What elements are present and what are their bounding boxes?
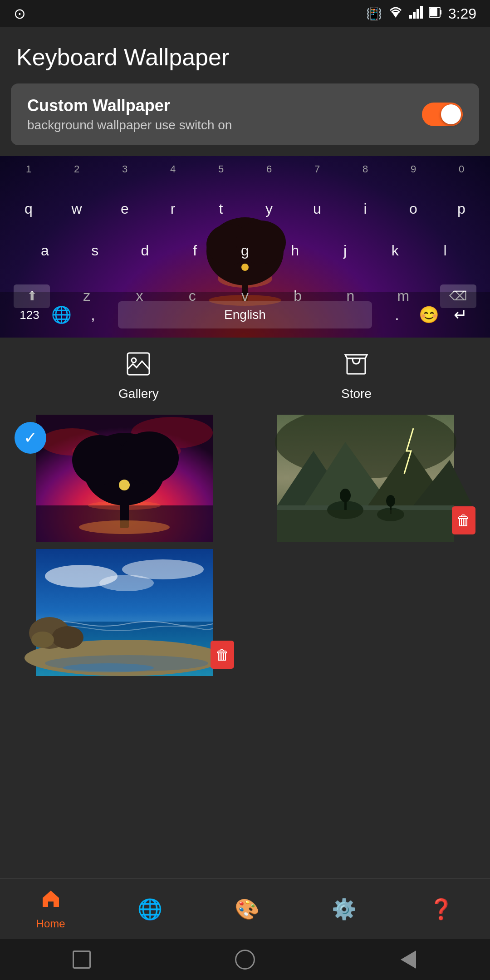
kb-d[interactable]: d [129, 242, 161, 259]
wallpaper-item-3[interactable]: 🗑 [7, 549, 241, 676]
kb-p[interactable]: p [446, 201, 477, 217]
kb-num-9[interactable]: 9 [397, 163, 429, 175]
svg-point-16 [132, 358, 136, 363]
kb-u[interactable]: u [301, 201, 333, 217]
recents-icon [73, 951, 91, 969]
kb-q[interactable]: q [13, 201, 44, 217]
keyboard-row-2: a s d f g h j k l [9, 242, 481, 259]
help-nav-icon: ❓ [429, 897, 454, 921]
custom-wallpaper-title: Custom Wallpaper [27, 96, 422, 115]
nav-item-globe[interactable]: 🌐 [137, 897, 162, 921]
system-navigation-bar [0, 939, 490, 980]
nav-item-help[interactable]: ❓ [429, 897, 454, 921]
nav-item-settings[interactable]: ⚙️ [332, 897, 357, 921]
wallpaper-thumbnail-2 [249, 415, 483, 542]
svg-point-26 [72, 435, 127, 485]
nav-home-label: Home [36, 917, 65, 930]
app-bar: Keyboard Wallpaper [0, 27, 490, 83]
action-buttons: Gallery Store [0, 338, 490, 415]
keyboard-row-1: q w e r t y u i o p [9, 201, 481, 217]
kb-num-6[interactable]: 6 [253, 163, 285, 175]
kb-num-5[interactable]: 5 [205, 163, 237, 175]
wallpaper-selected-badge: ✓ [15, 422, 46, 454]
home-icon [40, 888, 61, 914]
svg-point-29 [119, 480, 130, 490]
kb-e[interactable]: e [109, 201, 141, 217]
keyboard-preview: 1 2 3 4 5 6 7 8 9 0 q w e r t y u i o p … [0, 156, 490, 338]
svg-rect-4 [420, 6, 423, 19]
page-title: Keyboard Wallpaper [16, 44, 474, 71]
kb-t[interactable]: t [205, 201, 237, 217]
kb-globe-key[interactable]: 🌐 [45, 305, 77, 324]
home-button[interactable] [232, 947, 258, 972]
status-bar: ⊙ 📳 3:29 [0, 0, 490, 27]
store-button[interactable]: Store [341, 351, 372, 401]
svg-point-42 [386, 495, 395, 507]
kb-num-4[interactable]: 4 [157, 163, 189, 175]
globe-nav-icon: 🌐 [137, 897, 162, 921]
kb-s[interactable]: s [79, 242, 111, 259]
kb-emoji-key[interactable]: 😊 [413, 305, 445, 324]
kb-spacebar[interactable]: English [118, 301, 372, 328]
kb-y[interactable]: y [253, 201, 285, 217]
svg-point-27 [120, 431, 179, 484]
wallpaper-item-2[interactable]: 🗑 [249, 415, 483, 542]
svg-marker-0 [392, 12, 399, 18]
keyboard-bottom-row: 123 🌐 , English . 😊 ↵ [0, 292, 490, 338]
kb-num-1[interactable]: 1 [13, 163, 44, 175]
kb-spacebar-label: English [224, 308, 266, 322]
svg-point-54 [63, 663, 154, 672]
gallery-label: Gallery [118, 387, 159, 401]
svg-point-51 [52, 626, 83, 649]
kb-num-2[interactable]: 2 [61, 163, 93, 175]
back-button[interactable] [396, 947, 421, 972]
svg-rect-15 [127, 353, 149, 375]
kb-comma-key[interactable]: , [77, 307, 109, 323]
signal-icon [409, 6, 423, 22]
svg-point-40 [340, 489, 351, 502]
kb-f[interactable]: f [179, 242, 211, 259]
svg-rect-43 [277, 510, 454, 542]
palette-nav-icon: 🎨 [235, 897, 260, 921]
store-icon [343, 351, 369, 382]
nav-item-palette[interactable]: 🎨 [235, 897, 260, 921]
bottom-navigation: Home 🌐 🎨 ⚙️ ❓ [0, 878, 490, 939]
kb-a[interactable]: a [29, 242, 61, 259]
kb-h[interactable]: h [279, 242, 311, 259]
wallpaper-grid: ✓ [0, 415, 490, 683]
kb-i[interactable]: i [349, 201, 381, 217]
custom-wallpaper-toggle[interactable] [422, 103, 463, 126]
kb-k[interactable]: k [379, 242, 411, 259]
kb-r[interactable]: r [157, 201, 189, 217]
kb-num-0[interactable]: 0 [446, 163, 477, 175]
app-status-icon: ⊙ [14, 5, 26, 22]
kb-num-8[interactable]: 8 [349, 163, 381, 175]
battery-icon [429, 6, 442, 21]
kb-period-key[interactable]: . [381, 307, 413, 323]
recents-button[interactable] [69, 947, 94, 972]
kb-123-key[interactable]: 123 [14, 308, 45, 322]
kb-j[interactable]: j [329, 242, 361, 259]
gallery-button[interactable]: Gallery [118, 351, 159, 401]
time-display: 3:29 [448, 5, 476, 22]
custom-wallpaper-text: Custom Wallpaper background wallpaper us… [27, 96, 422, 132]
kb-w[interactable]: w [61, 201, 93, 217]
wifi-icon [388, 6, 403, 22]
gallery-icon [126, 351, 151, 382]
kb-num-7[interactable]: 7 [301, 163, 333, 175]
kb-num-3[interactable]: 3 [109, 163, 141, 175]
svg-rect-3 [416, 9, 419, 19]
kb-enter-key[interactable]: ↵ [445, 305, 476, 324]
wallpaper-item-1[interactable]: ✓ [7, 415, 241, 542]
nav-item-home[interactable]: Home [36, 888, 65, 930]
settings-nav-icon: ⚙️ [332, 897, 357, 921]
vibrate-icon: 📳 [366, 6, 382, 21]
custom-wallpaper-card: Custom Wallpaper background wallpaper us… [11, 83, 479, 145]
svg-rect-7 [440, 10, 441, 15]
kb-l[interactable]: l [429, 242, 461, 259]
wallpaper-delete-2[interactable]: 🗑 [452, 506, 475, 534]
kb-o[interactable]: o [397, 201, 429, 217]
kb-g[interactable]: g [229, 242, 261, 259]
wallpaper-delete-3[interactable]: 🗑 [211, 641, 234, 669]
svg-point-28 [79, 520, 170, 534]
